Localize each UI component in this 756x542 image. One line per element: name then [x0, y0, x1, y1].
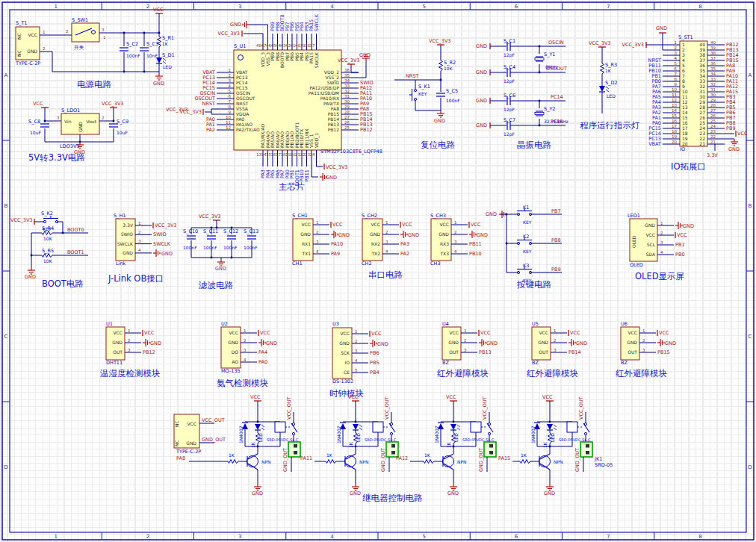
- power-label: GND: [338, 232, 350, 238]
- section-title: 滤波电路: [198, 280, 234, 290]
- pin-name: GND: [186, 440, 196, 446]
- value-label: 10K: [444, 66, 453, 71]
- pin-number: 17: [672, 124, 677, 128]
- pin-name: 11: [682, 94, 688, 99]
- pin-number: 3: [642, 348, 645, 352]
- pin-name: 22: [699, 136, 705, 141]
- value-label: KEY: [523, 249, 532, 254]
- pin-name: SWCLK: [314, 52, 319, 68]
- value-label: 1K: [326, 452, 333, 458]
- symbol-circle: [345, 456, 356, 467]
- component-subtitle: OLED: [630, 262, 643, 268]
- relay-coil-box[interactable]: [567, 422, 577, 432]
- designator: S_C13: [244, 228, 258, 234]
- value-label: 12pF: [504, 78, 515, 84]
- designator: S_C4: [504, 64, 515, 70]
- section-title: BOOT电路: [42, 278, 84, 289]
- section-title: 串口电路: [368, 270, 403, 280]
- pin-number: 15: [672, 113, 677, 118]
- pin-number: 3: [57, 116, 60, 120]
- junction-dot: [44, 120, 46, 122]
- pin-number: 23: [710, 129, 716, 134]
- power-label: GND: [153, 81, 164, 87]
- switch-contact: [414, 89, 416, 91]
- pin-number: 12: [226, 125, 231, 130]
- pin-name: 38: [699, 52, 705, 57]
- relay-coil-box[interactable]: [275, 422, 285, 432]
- power-label: GND: [486, 211, 497, 217]
- ground-symbol: [731, 139, 738, 146]
- pin-number: 7: [229, 99, 232, 104]
- resistor-symbol: [326, 460, 336, 464]
- pin-number: 1: [660, 221, 663, 225]
- pin-name: SWIO: [327, 80, 340, 85]
- value-label: 100nF: [446, 98, 460, 103]
- pin-name: OUT: [449, 349, 459, 355]
- value-label: 10K: [43, 258, 53, 264]
- power-label: GND: [359, 52, 371, 58]
- value-label: 12pF: [504, 107, 515, 113]
- power-label: GND: [576, 340, 587, 346]
- net-label: GND_OUT: [202, 437, 226, 443]
- junction-dot: [231, 257, 233, 259]
- net-label: PB4: [370, 370, 379, 376]
- net-label: PB11: [469, 241, 482, 247]
- pin-name: 14: [682, 110, 688, 115]
- ruler-label: A: [4, 72, 8, 78]
- symbol-circle: [390, 432, 392, 434]
- net-label: PB15: [657, 349, 670, 355]
- ruler-label: 3: [238, 534, 241, 540]
- designator: S_D2: [605, 80, 618, 86]
- pin-number: 25: [344, 125, 350, 130]
- pin-name: VDDA: [236, 111, 250, 116]
- power-label: VCC: [33, 101, 43, 107]
- pin-name: 34: [699, 73, 705, 78]
- pin-name: GND: [78, 122, 83, 132]
- value-label: NPN: [359, 459, 369, 464]
- pin-name: VBAT: [236, 69, 248, 75]
- net-label: NRST: [202, 101, 216, 107]
- net-label: PB1: [675, 242, 685, 248]
- section-title: 红外避障模块: [527, 368, 578, 379]
- pin-number: 4: [660, 250, 663, 255]
- designator: S_R4: [42, 225, 54, 231]
- pin-number: 2: [454, 230, 457, 234]
- pin-name: 20: [682, 141, 688, 146]
- designator: S_LDO1: [61, 108, 80, 113]
- pin-number: 1: [138, 221, 141, 225]
- terminal-pin: [294, 451, 297, 455]
- net-label: PB10: [469, 251, 482, 257]
- pin-name: 28: [699, 105, 705, 110]
- schematic-sheet: 1122334455667788AABBCCDD S_T1NCVCCNCGND1…: [0, 0, 756, 542]
- pin-name: 17: [682, 125, 688, 131]
- net-label: PB7: [551, 208, 561, 214]
- pin-number: 5: [355, 368, 358, 373]
- symbol-circle: [488, 432, 490, 434]
- pin-number: 1: [385, 220, 388, 225]
- pin-name: NC: [16, 33, 22, 40]
- ruler-label: 7: [607, 534, 610, 540]
- led-arrow: [606, 90, 609, 92]
- led-symbol: [599, 86, 605, 92]
- component-subtitle: MQ-135: [221, 368, 241, 374]
- ground-symbol: [400, 231, 407, 238]
- pin-name: PB15: [328, 111, 340, 116]
- ruler-label: B: [749, 203, 752, 209]
- pin-name: NC: [174, 440, 179, 446]
- terminal-pin: [489, 444, 493, 448]
- pin-name: 31: [699, 89, 705, 94]
- ruler-label: D: [748, 464, 752, 470]
- pin-number: 32: [344, 89, 350, 93]
- designator: S_R2: [444, 60, 456, 66]
- component-subtitle: DS-1302: [332, 379, 353, 384]
- power-label: GND: [252, 490, 263, 496]
- relay-coil-box[interactable]: [471, 422, 481, 432]
- pin-number: 1: [554, 328, 557, 333]
- relay-coil-box[interactable]: [373, 422, 383, 432]
- value-label: 1N4007: [530, 426, 536, 443]
- pin-number: 40: [710, 40, 716, 45]
- net-label: BOOT1: [67, 249, 84, 255]
- pin-number: 2: [675, 46, 678, 50]
- pin-number: 3: [244, 348, 247, 352]
- section-title: 主芯片: [279, 181, 305, 192]
